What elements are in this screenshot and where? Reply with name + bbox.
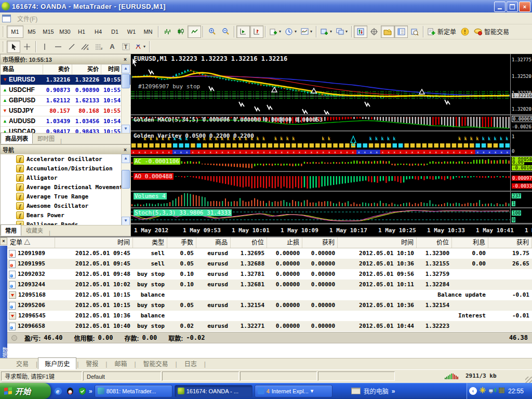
navigator-close-icon[interactable]: × (122, 147, 128, 153)
navigator-scrollbar[interactable]: ▲ ▼ (121, 154, 130, 225)
start-button[interactable]: 开始 (0, 383, 51, 399)
market-watch-title-bar[interactable]: 市场报价: 10:55:13 × (1, 55, 130, 64)
history-col-4[interactable]: 商品 (196, 237, 231, 248)
new-order-button[interactable]: 新定单 (425, 25, 458, 38)
terminal-tab-智能交易[interactable]: 智能交易 (137, 357, 175, 369)
price-scale[interactable]: 1.327751.325201.322701.320201.32216 (510, 54, 532, 114)
timeframe-m30[interactable]: M30 (57, 25, 73, 38)
menu-file[interactable]: 文件(F) (14, 13, 41, 24)
add-indicator-button[interactable]: ▾ (318, 25, 334, 38)
timeframe-m1[interactable]: M1 (7, 25, 23, 38)
timeframe-h4[interactable]: H4 (90, 25, 107, 38)
navigator-item[interactable]: fAccelerator Oscillator (1, 154, 122, 164)
new-chart-button[interactable]: ▾ (268, 25, 283, 38)
history-col-7[interactable]: 获利 (302, 237, 338, 248)
line-chart-button[interactable] (188, 25, 201, 38)
terminal-tab-邮箱[interactable]: 邮箱 (108, 357, 134, 369)
timeframe-m5[interactable]: M5 (23, 25, 40, 38)
history-row[interactable]: 120919952012.05.01 09:45sell0.05eurusd1.… (7, 259, 532, 269)
col-time[interactable]: 时间 (101, 64, 122, 74)
quicklaunch-more-icon[interactable]: » (89, 388, 92, 395)
tab-favorites[interactable]: 收藏夹 (21, 224, 48, 236)
scrollbar-thumb[interactable] (122, 170, 130, 189)
toolbar-more-icon[interactable]: » (392, 388, 395, 395)
navigator-toggle[interactable] (381, 25, 394, 38)
alert-button[interactable]: ! (458, 25, 472, 38)
chart-pane-ao[interactable]: 0.000972-0.00336AO 0.000488 (131, 172, 532, 192)
antivirus-quicklaunch-icon[interactable] (77, 387, 87, 396)
timeframe-mn[interactable]: MN (140, 25, 156, 38)
history-col-5[interactable]: 价位 (231, 237, 267, 248)
tray-network-icon[interactable] (488, 387, 496, 395)
scroll-up-icon[interactable]: ▲ (122, 154, 130, 163)
history-col-3[interactable]: 手数 (167, 237, 196, 248)
zoom-out-button[interactable] (219, 25, 232, 38)
tray-sparkle-icon[interactable] (479, 387, 486, 395)
tab-common[interactable]: 常用 (1, 224, 21, 236)
history-row[interactable]: 120951682012.05.01 10:15balanceBalance u… (7, 290, 532, 300)
chart-pane-main[interactable]: 1.327751.325201.322701.320201.32216EURUS… (131, 54, 532, 115)
price-scale[interactable]: 1000 (510, 208, 532, 223)
auto-scroll-button[interactable] (236, 25, 250, 38)
col-bid[interactable]: 卖价 (43, 64, 72, 74)
time-axis[interactable]: 1 May 20121 May 09:531 May 10:011 May 10… (131, 224, 532, 237)
chart-pane-varitey[interactable]: kkkkkkkkkkkkkkkkkkkkkkkkkkkkkkkkkkkkkkkk… (131, 131, 532, 157)
market-watch-scrollbar[interactable]: ▲ ▼ (121, 64, 130, 134)
price-scale[interactable]: 0.000972-0.00336 (510, 172, 532, 191)
strategy-tester-button[interactable] (408, 25, 421, 38)
scroll-up-icon[interactable]: ▲ (122, 64, 130, 73)
timeframe-h1[interactable]: H1 (73, 25, 90, 38)
fibonacci-button[interactable]: F (92, 41, 105, 53)
qq-quicklaunch-icon[interactable] (65, 387, 75, 396)
history-col-2[interactable]: 类型 (133, 237, 167, 248)
chart-shift-button[interactable] (250, 25, 263, 38)
history-row[interactable]: 120952062012.05.01 10:15buy stop0.05euru… (7, 300, 532, 311)
navigator-item[interactable]: fAverage True Range (1, 192, 122, 201)
channel-button[interactable]: E (78, 41, 92, 53)
market-watch-row[interactable]: ▲GBPUSD1.621121.6213310:54 (1, 96, 130, 106)
market-watch-toggle[interactable] (354, 25, 367, 38)
history-col-0[interactable]: 定单 △ (7, 237, 55, 248)
profiles-button[interactable]: ▾ (283, 25, 299, 38)
task-button-2[interactable]: 4Internet Expl...▾ (255, 385, 332, 397)
trendline-button[interactable] (65, 41, 78, 53)
restore-button[interactable] (507, 2, 518, 12)
tray-collapse-icon[interactable]: ‹ (469, 387, 477, 395)
terminal-toggle[interactable] (394, 25, 408, 38)
scroll-down-icon[interactable]: ▼ (122, 217, 130, 225)
chart-window[interactable]: 1.327751.325201.322701.320201.32216EURUS… (131, 54, 532, 236)
terminal-side-strip[interactable]: 数据 (0, 246, 7, 358)
tab-symbols[interactable]: 商品列表 (1, 132, 33, 144)
timeframe-d1[interactable]: D1 (107, 25, 123, 38)
navigator-title-bar[interactable]: 导航 × (1, 145, 130, 155)
navigator-item[interactable]: fAwesome Oscillator (1, 201, 122, 210)
indicators-button[interactable]: ▾ (299, 25, 314, 38)
tray-grid-icon[interactable] (498, 387, 505, 395)
scrollbar-thumb[interactable] (122, 74, 130, 88)
price-scale[interactable]: 0.0005850.00-0.00109 (510, 157, 532, 171)
market-watch-row[interactable]: ▲USDCHF0.908730.9089010:55 (1, 85, 130, 96)
market-watch-row[interactable]: ▼USDJPY80.15780.16810:55 (1, 106, 130, 116)
col-symbol[interactable]: 商品 (1, 64, 43, 74)
history-row[interactable]: 120965452012.05.01 10:36balanceInterest-… (7, 311, 532, 321)
task-button-0[interactable]: 8081: MetaTrader... (95, 385, 172, 397)
history-row[interactable]: 120966582012.05.01 10:40buy stop0.02euru… (7, 321, 532, 331)
tab-tick-chart[interactable]: 即时图 (33, 132, 59, 144)
terminal-tab-账户历史[interactable]: 账户历史 (38, 357, 76, 369)
navigator-item[interactable]: fAccumulation/Distribution (1, 164, 122, 173)
navigator-item[interactable]: fAverage Directional Movement (1, 182, 122, 192)
ie-quicklaunch-icon[interactable]: e (54, 387, 63, 396)
terminal-side-tab[interactable]: 数据 (1, 347, 8, 357)
data-window-button[interactable] (367, 25, 381, 38)
market-watch-row[interactable]: ▼EURUSD1.322161.3222610:55 (1, 75, 130, 85)
text-button[interactable]: A (105, 41, 119, 53)
price-scale[interactable]: 2371 (510, 192, 532, 207)
history-col-10[interactable]: 利息 (452, 237, 488, 248)
toolbar-grip[interactable] (3, 42, 5, 52)
desktop-toolbar-label[interactable]: 我的电脑 (364, 387, 389, 395)
minimize-button[interactable] (494, 2, 506, 12)
price-scale[interactable]: 10 (510, 131, 532, 156)
chart-pane-stoch[interactable]: 1000Stoch(5,3,3) 33.9806 31.4333 (131, 208, 532, 224)
history-row[interactable]: 120932442012.05.01 10:02buy stop0.10euru… (7, 280, 532, 290)
candlestick-button[interactable] (174, 25, 188, 38)
